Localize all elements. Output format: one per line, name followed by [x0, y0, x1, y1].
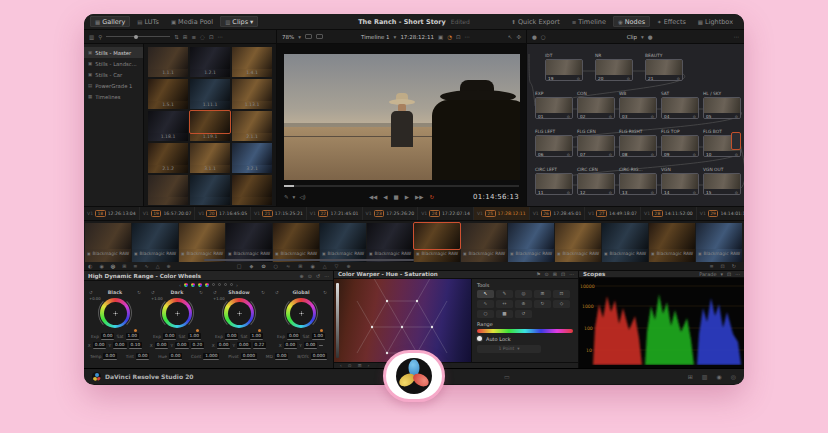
grade-node[interactable]: NR 20 ⊙ — [595, 52, 633, 81]
warper-more-icon[interactable]: ··· — [569, 271, 574, 277]
clip-thumbnail[interactable]: ▣ Blackmagic RAW — [85, 223, 131, 262]
clip-thumbnail[interactable]: ▣ Blackmagic RAW — [132, 223, 178, 262]
sat-value[interactable]: 1.00 — [250, 333, 264, 340]
s-value[interactable]: 0.22 — [253, 342, 267, 349]
still-thumbnail[interactable]: 1.2.1 — [190, 47, 230, 77]
clip-thumbnail[interactable]: ▣ Blackmagic RAW — [649, 223, 695, 262]
tool-button[interactable]: ✎ — [496, 290, 513, 298]
more-options-icon[interactable]: ··· — [217, 34, 222, 40]
tab-timeline[interactable]: ≡ Timeline — [567, 16, 611, 27]
view-single-button[interactable] — [305, 34, 312, 39]
luminance-slider[interactable] — [336, 283, 339, 358]
exp-value[interactable]: 0.00 — [163, 333, 177, 340]
nodes-more-icon[interactable]: ··· — [734, 34, 739, 40]
grade-node[interactable]: FLG RIGHT 08 ⊙ — [619, 128, 657, 157]
strip-scrollbar[interactable] — [204, 259, 414, 261]
tab-nodes[interactable]: ◉ Nodes — [613, 16, 650, 27]
tab-lightbox[interactable]: ▦ Lightbox — [693, 16, 738, 27]
grade-node[interactable]: FLG TOP 09 ⊙ — [661, 128, 699, 157]
timeline-clip-marker[interactable]: V1 23 17:25:26:20 — [363, 207, 419, 220]
wheel-loop-icon[interactable]: ↻ — [137, 290, 141, 295]
grade-node[interactable]: IDT 19 ⊙ — [545, 52, 583, 81]
palette-icon[interactable]: ◉ — [99, 263, 103, 269]
x-value[interactable]: 0.00 — [217, 342, 231, 349]
palette-icon[interactable]: ◆ — [250, 263, 254, 269]
tool-button[interactable]: ■ — [496, 310, 513, 318]
clip-thumbnail[interactable]: ▣ Blackmagic RAW — [367, 223, 413, 262]
clip-thumbnail[interactable]: ▣ Blackmagic RAW — [320, 223, 366, 262]
s-value[interactable] — [319, 345, 323, 346]
color-wheel[interactable] — [286, 298, 316, 328]
global-value[interactable]: 0.00 — [275, 353, 289, 360]
status-keyboard-icon[interactable]: ▭ — [504, 373, 510, 380]
still-thumbnail[interactable] — [232, 175, 272, 205]
grade-node[interactable]: CIRC RIG... 13 ⊙ — [619, 166, 657, 195]
tool-button[interactable]: ○ — [477, 310, 494, 318]
wheel-page-dot[interactable] — [205, 283, 209, 287]
exp-value[interactable]: 0.00 — [101, 333, 115, 340]
video-frame[interactable] — [284, 54, 520, 180]
palette-icon[interactable]: ≡ — [709, 263, 713, 269]
tool-button[interactable]: ◎ — [515, 290, 532, 298]
parade-scope[interactable]: 10000 1000 100 10 — [579, 278, 744, 369]
node-output-box[interactable] — [731, 132, 741, 150]
grade-node[interactable]: BEAUTY 21 ⊙ — [645, 52, 683, 81]
grade-node[interactable]: FLG LEFT 06 ⊙ — [535, 128, 573, 157]
x-value[interactable]: 0.00 — [155, 342, 169, 349]
wheel-loop-icon[interactable]: ↻ — [323, 290, 327, 295]
wheel-page-dot[interactable] — [191, 283, 195, 287]
stop-button[interactable]: ■ — [394, 194, 399, 200]
grade-node[interactable]: CIRC LEFT 11 ⊙ — [535, 166, 573, 195]
sat-value[interactable]: 1.00 — [126, 333, 140, 340]
scope-caret-icon[interactable]: ▾ — [721, 271, 724, 277]
still-thumbnail[interactable]: 1.11.1 — [190, 79, 230, 109]
palette-icon[interactable]: ⊕ — [167, 263, 171, 269]
grade-node[interactable]: CIRC CEN 12 ⊙ — [577, 166, 615, 195]
wheel-page-dot[interactable] — [218, 283, 221, 286]
palette-icon[interactable]: ○ — [274, 263, 278, 269]
palette-icon[interactable]: ∿ — [145, 263, 149, 269]
search-icon[interactable]: ◌ — [200, 34, 205, 40]
wheel-page-dot[interactable] — [230, 283, 233, 286]
palette-icon[interactable]: ⊙ — [261, 263, 265, 269]
point-mode-dropdown[interactable]: 1 Point ▾ — [477, 345, 541, 353]
clip-thumbnail[interactable]: ▣ Blackmagic RAW — [414, 223, 460, 262]
grade-node[interactable]: VGN OUT 15 ⊙ — [703, 166, 741, 195]
grade-node[interactable]: SAT 04 ⊙ — [661, 90, 699, 119]
list-view-icon[interactable]: ≡ — [191, 34, 196, 40]
node-page-dot[interactable]: ● — [532, 34, 537, 40]
sat-value[interactable]: 1.00 — [188, 333, 202, 340]
grade-node[interactable]: HL / SKY 05 ⊙ — [703, 90, 741, 119]
hdr-reset-icon[interactable]: ↺ — [316, 273, 320, 279]
expand-viewer-icon[interactable]: ⊡ — [456, 34, 461, 40]
tab-media-pool[interactable]: ▣ Media Pool — [166, 16, 218, 27]
view-split-button[interactable] — [316, 34, 323, 39]
page-prev-icon[interactable]: ‹ — [179, 282, 181, 288]
tab-clips[interactable]: ▥ Clips ▾ — [220, 16, 258, 27]
still-thumbnail[interactable]: 1.1.1 — [148, 47, 188, 77]
tab-luts[interactable]: ▤ LUTs — [132, 16, 164, 27]
timeline-clip-marker[interactable]: V1 21 17:15:25:21 — [251, 207, 307, 220]
hand-tool-icon[interactable]: ✣ — [516, 34, 521, 40]
sat-value[interactable]: 1.00 — [312, 333, 326, 340]
palette-icon[interactable]: □ — [237, 263, 242, 269]
palette-icon[interactable]: ◉ — [310, 263, 314, 269]
timeline-clip-marker[interactable]: V1 26 17:28:45:01 — [530, 207, 586, 220]
sidebar-item-stills-landscape[interactable]: ▣ Stills - Landsc... — [84, 58, 143, 69]
still-thumbnail[interactable]: 2.1.2 — [148, 143, 188, 173]
grade-node[interactable]: VGN 14 ⊙ — [661, 166, 699, 195]
warper-grid-icon[interactable]: ⊞ — [553, 271, 557, 277]
y-value[interactable]: 0.00 — [113, 342, 127, 349]
thumbnail-size-slider[interactable] — [106, 36, 170, 37]
tool-button[interactable]: ⊕ — [515, 300, 532, 308]
timeline-clip-marker[interactable]: V1 25 17:28:12:11 — [474, 207, 530, 220]
global-value[interactable]: 0.00 — [169, 353, 183, 360]
clip-thumbnail[interactable]: ▣ Blackmagic RAW — [555, 223, 601, 262]
tab-effects[interactable]: ✦ Effects — [652, 16, 691, 27]
viewer-scrubber[interactable] — [284, 185, 519, 187]
sidebar-item-timelines[interactable]: ▦ Timelines — [84, 91, 143, 102]
clip-caret-icon[interactable]: ▾ — [641, 34, 644, 40]
still-thumbnail[interactable]: 3.1.1 — [190, 143, 230, 173]
expand-icon[interactable]: ⊡ — [209, 34, 214, 40]
global-value[interactable]: 1.000 — [203, 353, 219, 360]
